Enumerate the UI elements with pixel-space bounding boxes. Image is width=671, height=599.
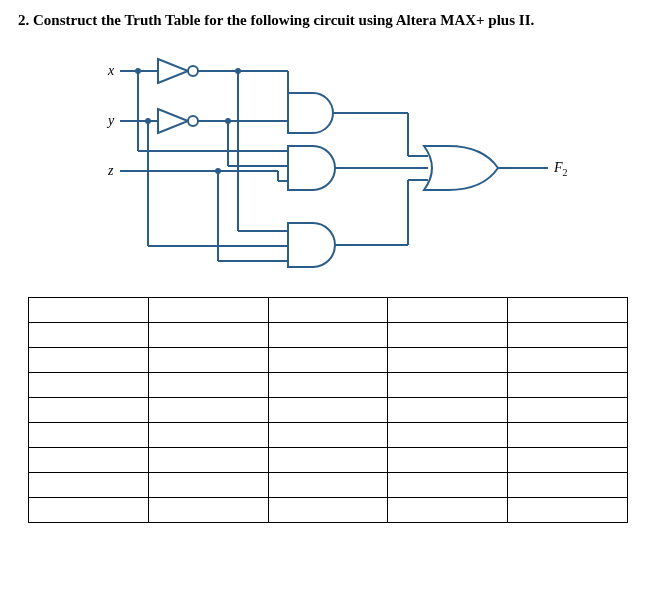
table-row <box>29 398 628 423</box>
svg-marker-11 <box>158 109 188 133</box>
table-cell <box>268 498 388 523</box>
table-cell <box>508 348 628 373</box>
input-x-label: x <box>107 63 115 78</box>
table-cell <box>388 448 508 473</box>
table-cell <box>268 348 388 373</box>
table-cell <box>508 323 628 348</box>
table-cell <box>268 298 388 323</box>
table-cell <box>148 398 268 423</box>
table-cell <box>388 498 508 523</box>
svg-point-2 <box>188 66 198 76</box>
table-cell <box>148 373 268 398</box>
table-row <box>29 323 628 348</box>
svg-marker-1 <box>158 59 188 83</box>
table-cell <box>508 298 628 323</box>
output-f2-label: F2 <box>553 160 568 178</box>
question-text: Construct the Truth Table for the follow… <box>33 12 534 28</box>
table-cell <box>29 323 149 348</box>
table-cell <box>29 298 149 323</box>
table-cell <box>388 473 508 498</box>
input-z-label: z <box>107 163 114 178</box>
or-gate-icon <box>424 146 498 190</box>
and-gate-1-icon <box>288 93 333 133</box>
question-number: 2. <box>18 12 29 28</box>
table-cell <box>29 498 149 523</box>
table-cell <box>508 423 628 448</box>
table-cell <box>29 398 149 423</box>
table-cell <box>388 323 508 348</box>
svg-point-12 <box>188 116 198 126</box>
table-cell <box>268 448 388 473</box>
input-y-label: y <box>106 113 115 128</box>
table-row <box>29 348 628 373</box>
table-row <box>29 423 628 448</box>
table-cell <box>268 323 388 348</box>
table-row <box>29 448 628 473</box>
table-cell <box>148 423 268 448</box>
table-cell <box>388 373 508 398</box>
table-cell <box>508 498 628 523</box>
table-cell <box>148 473 268 498</box>
truth-table <box>28 297 628 523</box>
table-row <box>29 373 628 398</box>
table-cell <box>388 348 508 373</box>
table-cell <box>388 423 508 448</box>
table-cell <box>508 448 628 473</box>
and-gate-2-icon <box>288 146 335 190</box>
table-cell <box>508 473 628 498</box>
table-row <box>29 298 628 323</box>
table-cell <box>268 398 388 423</box>
table-cell <box>29 473 149 498</box>
table-cell <box>29 348 149 373</box>
table-cell <box>268 423 388 448</box>
table-cell <box>148 448 268 473</box>
circuit-diagram: x y z <box>88 51 653 271</box>
table-cell <box>29 448 149 473</box>
table-cell <box>508 373 628 398</box>
question-prompt: 2. Construct the Truth Table for the fol… <box>18 12 653 29</box>
table-cell <box>388 298 508 323</box>
table-row <box>29 498 628 523</box>
table-row <box>29 473 628 498</box>
table-cell <box>148 323 268 348</box>
table-cell <box>508 398 628 423</box>
table-cell <box>148 298 268 323</box>
table-cell <box>268 373 388 398</box>
table-cell <box>29 423 149 448</box>
not-gate-x-icon <box>158 59 198 83</box>
table-cell <box>268 473 388 498</box>
table-cell <box>388 398 508 423</box>
table-cell <box>148 498 268 523</box>
table-cell <box>29 373 149 398</box>
and-gate-3-icon <box>288 223 335 267</box>
not-gate-y-icon <box>158 109 198 133</box>
table-cell <box>148 348 268 373</box>
